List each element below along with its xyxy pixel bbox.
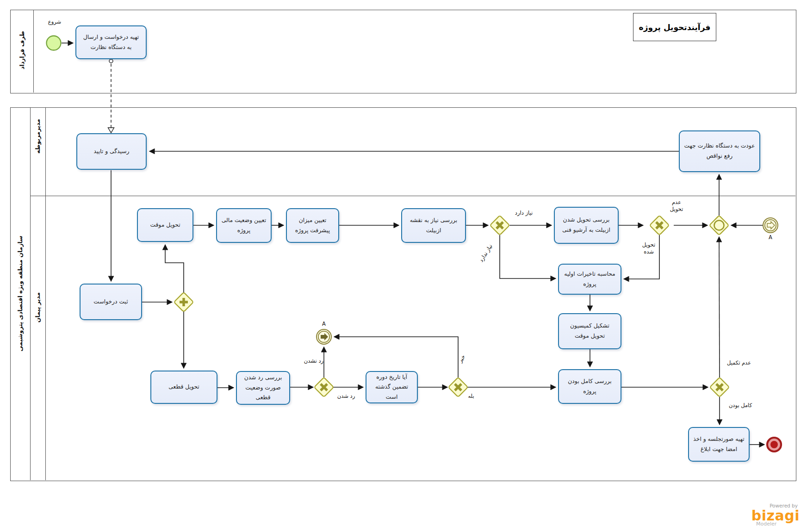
label-complete: کامل بودن (724, 402, 757, 409)
gateway-rejection[interactable] (314, 377, 334, 397)
label-incomplete: عدم تکمیل (723, 359, 755, 366)
gateway-asbuilt-delivered[interactable] (650, 216, 669, 235)
task-progress-amount[interactable]: تعیین میزان پیشرفت پروژه (286, 208, 339, 243)
task-return-supervision[interactable]: عودت به دستگاه نظارت جهت رفع نواقص (679, 130, 760, 172)
task-review-approve[interactable]: رسیدگی و تایید (76, 133, 147, 170)
gateway-parallel-split[interactable] (174, 292, 193, 312)
bizagi-logo: Powered by bizagi Modeler (737, 503, 800, 527)
task-temp-delivery[interactable]: تحویل موقت (137, 208, 193, 242)
task-financial-status[interactable]: تعیین وضعیت مالی پروژه (216, 208, 272, 243)
end-event[interactable] (767, 438, 781, 452)
task-asbuilt-need[interactable]: بررسی نیاز به نقشه ازبیلت (401, 208, 466, 243)
task-guarantee-period[interactable]: آیا تاریخ دوره تضمین گذشته است (366, 371, 418, 403)
gateway-asbuilt-need[interactable] (490, 216, 509, 235)
label-needs: نیاز دارد (509, 210, 539, 217)
gateway-inclusive-merge[interactable] (709, 216, 729, 235)
flow-gw3-incomplete (719, 237, 720, 377)
task-final-statement-rejection[interactable]: بررسی رد شدن صورت وضعیت قطعی (236, 371, 290, 405)
start-event-label: شروع (44, 19, 65, 25)
flow-gw1-noneed (500, 235, 556, 278)
bpmn-diagram: طرف قرارداد سازمان منطقه ویژه اقتصادی پت… (0, 0, 807, 532)
task-commission[interactable]: تشکیل کمیسیون تحویل موقت (558, 313, 621, 349)
link-event-a-throw[interactable] (317, 329, 331, 344)
task-calc-delays[interactable]: محاسبه تاخیرات اولیه پروژه (558, 264, 621, 295)
task-completeness[interactable]: بررسی کامل بودن پروژه (558, 369, 621, 404)
connectors-layer (0, 0, 807, 532)
task-minutes-signature[interactable]: تهیه صورتجلسه و اخذ امضا جهت ابلاغ (688, 427, 750, 462)
label-delivered: تحویل شده (638, 241, 659, 255)
link-a-right-label: A (764, 234, 777, 241)
task-asbuilt-archive[interactable]: بررسی تحویل شدن ازبیلت به آرشیو فنی (554, 207, 619, 244)
flow-parallel-to-tempdelivery (165, 245, 184, 293)
label-not-rejected: رد نشدن (299, 358, 328, 365)
link-a-bottom-label: A (317, 321, 330, 328)
task-final-delivery[interactable]: تحویل قطعی (150, 371, 217, 404)
start-event[interactable] (47, 36, 61, 50)
gateway-completeness[interactable] (710, 377, 729, 397)
label-not-delivered: عدم تحویل (665, 199, 688, 213)
task-prepare-request[interactable]: تهیه درخواست و ارسال به دستگاه نظارت (75, 25, 147, 59)
task-register-request[interactable]: ثبت درخواست (80, 284, 142, 320)
label-rejected: رد شدن (332, 393, 360, 400)
label-yes: بله (463, 393, 479, 400)
message-flow-request (108, 59, 114, 133)
link-event-a-catch[interactable] (763, 218, 778, 233)
